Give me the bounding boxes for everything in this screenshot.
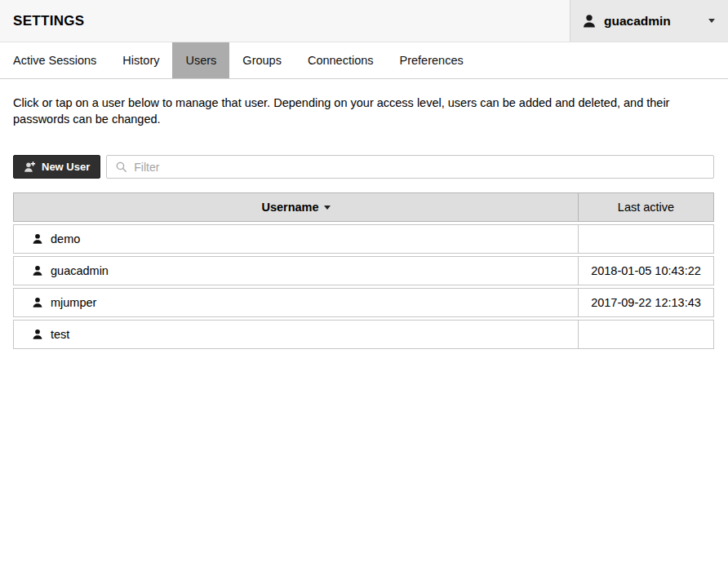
user-icon: [32, 233, 43, 245]
last-active-cell: [578, 320, 714, 349]
table-row[interactable]: demo: [13, 224, 714, 254]
column-header-last-active[interactable]: Last active: [578, 192, 714, 222]
table-header-row: Username Last active: [13, 192, 714, 222]
user-icon: [32, 329, 43, 340]
last-active-cell: 2017-09-22 12:13:43: [578, 288, 714, 317]
page-description: Click or tap on a user below to manage t…: [13, 95, 714, 127]
main-content: Click or tap on a user below to manage t…: [0, 95, 728, 352]
last-active-cell: 2018-01-05 10:43:22: [578, 256, 714, 285]
column-header-last-active-label: Last active: [618, 201, 674, 214]
tab-preferences[interactable]: Preferences: [387, 42, 477, 78]
tab-connections[interactable]: Connections: [295, 42, 387, 78]
sort-descending-icon: [324, 206, 331, 210]
app-header: SETTINGS guacadmin: [0, 0, 728, 42]
username-cell-label: test: [51, 328, 69, 341]
user-icon: [582, 14, 597, 29]
user-icon: [32, 297, 43, 308]
filter-box: [106, 155, 714, 179]
username-cell-label: guacadmin: [51, 264, 109, 277]
tab-active-sessions[interactable]: Active Sessions: [0, 42, 109, 78]
tab-groups[interactable]: Groups: [229, 42, 295, 78]
tab-history[interactable]: History: [109, 42, 172, 78]
column-header-username[interactable]: Username: [13, 192, 578, 222]
chevron-down-icon: [708, 19, 715, 23]
users-table: Username Last active demo: [13, 190, 714, 352]
tab-users[interactable]: Users: [172, 42, 229, 78]
user-icon: [32, 265, 43, 276]
table-row[interactable]: test: [13, 320, 714, 349]
new-user-button-label: New User: [42, 161, 90, 173]
new-user-button[interactable]: New User: [13, 155, 100, 179]
add-user-icon: [24, 161, 36, 173]
table-row[interactable]: mjumper 2017-09-22 12:13:43: [13, 288, 714, 317]
user-menu-button[interactable]: guacadmin: [570, 0, 728, 42]
username-cell-label: demo: [51, 232, 80, 245]
user-menu-username: guacadmin: [604, 14, 671, 29]
column-header-username-label: Username: [261, 201, 318, 214]
tab-bar: Active SessionsHistoryUsersGroupsConnect…: [0, 42, 728, 79]
username-cell-label: mjumper: [51, 296, 96, 309]
users-table-body: demo guacadmin 2018-01-05 10:43:22: [13, 224, 714, 349]
table-row[interactable]: guacadmin 2018-01-05 10:43:22: [13, 256, 714, 285]
filter-input[interactable]: [134, 161, 713, 174]
search-icon: [115, 161, 127, 173]
action-bar: New User: [13, 155, 714, 179]
page-title: SETTINGS: [0, 13, 84, 29]
last-active-cell: [578, 224, 714, 254]
